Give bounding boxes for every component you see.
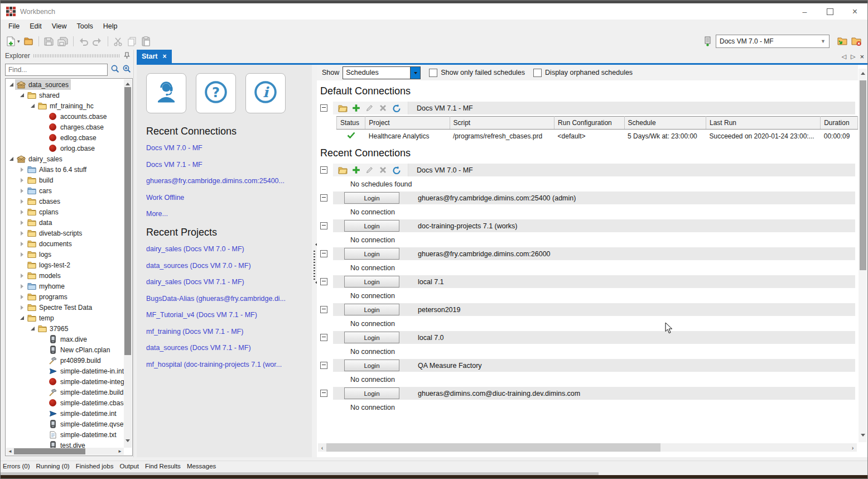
recent-project-link[interactable]: mf_hospital (doc-training-projects 7.1 (… [146, 361, 282, 368]
save-all-icon[interactable] [57, 36, 69, 47]
refresh-icon[interactable] [392, 165, 401, 175]
open-folder-icon[interactable] [23, 36, 34, 47]
tree-item[interactable]: temp [6, 313, 124, 323]
tree-item[interactable]: edlog.cbase [6, 132, 124, 143]
pin-icon[interactable] [124, 51, 130, 61]
maximize-button[interactable] [817, 3, 842, 20]
tree-item[interactable]: divetab-scripts [6, 228, 124, 238]
delete-icon[interactable] [378, 103, 388, 113]
open-folder-icon[interactable] [338, 103, 348, 113]
column-header-project[interactable]: Project [365, 117, 450, 130]
search-icon[interactable] [110, 64, 119, 75]
paste-icon[interactable] [141, 36, 152, 47]
collapse-box[interactable] [320, 222, 327, 229]
redo-icon[interactable] [92, 36, 103, 47]
tree-item[interactable]: Spectre Test Data [6, 302, 124, 313]
info-button[interactable]: i [245, 73, 286, 113]
recent-connection-link[interactable]: More... [146, 210, 168, 218]
tree-item[interactable]: programs [6, 291, 124, 302]
undo-icon[interactable] [78, 36, 89, 47]
tab-close-icon[interactable]: × [162, 52, 166, 60]
tree-item[interactable]: logs [6, 249, 124, 260]
column-header-last-run[interactable]: Last Run [706, 117, 821, 130]
tree-expand-arrow-icon[interactable] [18, 199, 26, 204]
tree-item[interactable]: test.dive [6, 440, 124, 448]
tree-item[interactable]: cars [6, 185, 124, 196]
collapse-box[interactable] [320, 334, 327, 341]
tree-item[interactable]: 37965 [6, 323, 124, 334]
close-project-folder-icon[interactable] [851, 36, 862, 47]
collapse-box[interactable] [320, 194, 327, 202]
collapse-box[interactable] [320, 250, 327, 257]
search-plus-icon[interactable] [122, 64, 131, 75]
recent-connection-link[interactable]: Work Offline [146, 194, 184, 202]
tree-expand-arrow-icon[interactable] [18, 295, 26, 299]
tree-expand-arrow-icon[interactable] [18, 231, 26, 236]
recent-project-link[interactable]: data_sources (Docs VM 7.0 - MF) [146, 262, 251, 270]
recent-connection-link[interactable]: ghueras@fry.cambridge.dimins.com:25400..… [146, 177, 284, 185]
tree-item[interactable]: orlog.cbase [6, 143, 124, 154]
tree-item[interactable]: simple-datetime.build [6, 387, 124, 397]
tree-item[interactable]: cbases [6, 196, 124, 207]
schedules-horizontal-scrollbar[interactable]: ‹ › [318, 443, 857, 452]
close-button[interactable]: × [842, 3, 867, 20]
recent-project-link[interactable]: MF_Tutorial_v4 (Docs VM 7.1 - MF) [146, 311, 257, 319]
tree-item[interactable]: charges.cbase [6, 122, 124, 132]
open-folder-icon[interactable] [338, 165, 348, 175]
show-dropdown[interactable]: Schedules [343, 66, 421, 79]
tree-item[interactable]: simple-datetime.cbase [6, 397, 124, 408]
column-header-run-configuration[interactable]: Run Configuration [554, 117, 625, 130]
login-button[interactable]: Login [344, 248, 399, 260]
menu-help[interactable]: Help [99, 21, 122, 32]
tree-item[interactable]: myhome [6, 281, 124, 291]
tree-collapse-arrow-icon[interactable] [28, 103, 36, 108]
tree-item[interactable]: documents [6, 238, 124, 249]
login-button[interactable]: Login [344, 360, 399, 371]
tab-start[interactable]: Start × [137, 50, 172, 63]
add-icon[interactable] [351, 103, 361, 113]
copy-icon[interactable] [127, 36, 138, 47]
tree-item[interactable]: data_sources [6, 79, 124, 90]
tree-expand-arrow-icon[interactable] [18, 305, 26, 310]
next-tab-arrow-icon[interactable]: ▷ [851, 53, 855, 60]
failed-schedules-checkbox[interactable] [429, 69, 437, 77]
edit-icon[interactable] [365, 103, 374, 113]
login-button[interactable]: Login [344, 192, 399, 204]
recent-project-link[interactable]: dairy_sales (Docs VM 7.1 - MF) [146, 278, 244, 286]
find-input[interactable] [5, 64, 108, 76]
recent-connection-link[interactable]: Docs VM 7.1 - MF [146, 161, 202, 169]
tree-item[interactable]: mf_training_hc [6, 100, 124, 111]
tree-expand-arrow-icon[interactable] [18, 284, 26, 289]
tree-item[interactable]: max.dive [6, 334, 124, 344]
minimize-button[interactable]: – [792, 3, 817, 20]
tree-collapse-arrow-icon[interactable] [28, 326, 36, 331]
menu-view[interactable]: View [47, 21, 71, 32]
tree-horizontal-scrollbar[interactable]: ◄ ► [6, 448, 124, 455]
tree-item[interactable]: models [6, 270, 124, 281]
tree-collapse-arrow-icon[interactable] [18, 315, 26, 320]
cut-icon[interactable] [113, 36, 124, 47]
tree-collapse-arrow-icon[interactable] [7, 82, 15, 87]
splitter-drag-handle[interactable] [314, 251, 315, 280]
column-header-schedule[interactable]: Schedule [624, 117, 706, 130]
tree-expand-arrow-icon[interactable] [18, 167, 26, 172]
tree-item[interactable]: simple-datetime.txt [6, 429, 124, 440]
recent-project-link[interactable]: mf_training (Docs VM 7.1 - MF) [146, 328, 243, 336]
connection-combo[interactable]: Docs VM 7.0 - MF ▼ [716, 35, 830, 48]
menu-file[interactable]: File [4, 21, 24, 32]
collapse-box[interactable] [320, 166, 327, 174]
prev-tab-arrow-icon[interactable]: ◁ [841, 53, 846, 60]
tree-expand-arrow-icon[interactable] [18, 178, 26, 183]
tree-expand-arrow-icon[interactable] [18, 221, 26, 225]
login-button[interactable]: Login [344, 304, 399, 315]
start-schedules-splitter[interactable] [312, 65, 317, 457]
tree-item[interactable]: logs-test-2 [6, 260, 124, 270]
schedule-row[interactable]: Healthcare Analytics/programs/refresh_cb… [337, 130, 858, 143]
support-button[interactable] [146, 73, 186, 113]
new-dropdown-caret-icon[interactable]: ▾ [17, 39, 20, 44]
save-icon[interactable] [44, 36, 55, 47]
tree-item[interactable]: build [6, 175, 124, 185]
add-icon[interactable] [351, 165, 361, 175]
tree-item[interactable]: New cPlan.cplan [6, 344, 124, 355]
tree-item[interactable]: cplans [6, 207, 124, 217]
